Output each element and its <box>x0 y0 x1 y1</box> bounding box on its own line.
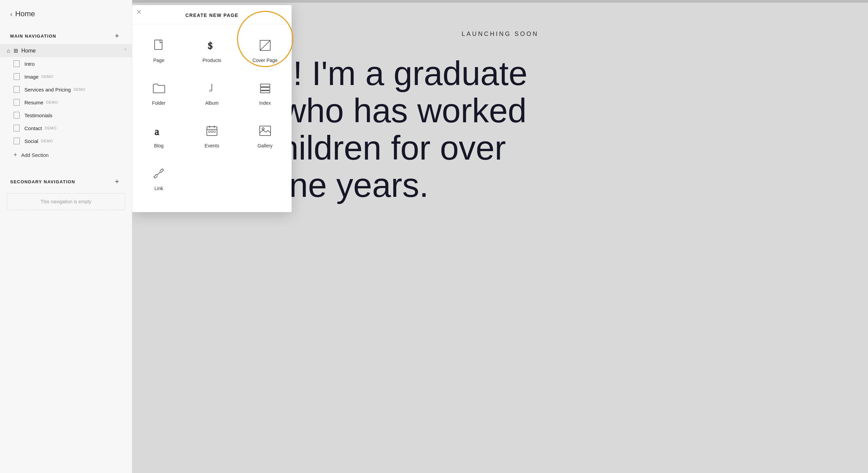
index-type-icon <box>257 80 273 96</box>
events-type-icon <box>204 123 220 139</box>
index-type-label: Index <box>259 100 271 106</box>
nav-item-testimonials[interactable]: Testimonials <box>0 109 132 122</box>
svg-text:♩: ♩ <box>209 82 213 94</box>
svg-rect-13 <box>209 131 210 132</box>
page-icon <box>14 73 20 80</box>
svg-rect-6 <box>260 87 270 90</box>
blog-type-label: Blog <box>154 143 163 148</box>
modal-item-index[interactable]: Index <box>238 70 292 113</box>
modal-item-events[interactable]: Events <box>185 113 239 156</box>
page-icon <box>14 112 20 119</box>
create-page-modal: CREATE NEW PAGE Page $ <box>132 5 292 212</box>
secondary-nav-section: SECONDARY NAVIGATION + This navigation i… <box>0 171 132 213</box>
demo-badge: DEMO <box>41 75 53 79</box>
svg-rect-15 <box>214 131 215 132</box>
svg-line-18 <box>157 172 160 175</box>
add-section-label: Add Section <box>21 152 49 158</box>
back-label: Home <box>15 9 35 18</box>
secondary-nav-header: SECONDARY NAVIGATION + <box>0 171 132 190</box>
modal-collapse-button[interactable] <box>135 8 143 16</box>
nav-item-resume[interactable]: Resume DEMO <box>0 96 132 109</box>
svg-rect-5 <box>260 84 270 87</box>
modal-item-products[interactable]: $ Products <box>185 28 239 70</box>
blog-type-icon: a <box>151 123 167 139</box>
cover-page-type-icon <box>257 37 273 54</box>
add-secondary-nav-button[interactable]: + <box>112 177 122 186</box>
nav-item-image-label: Image <box>24 74 39 80</box>
modal-item-page[interactable]: Page <box>132 28 185 70</box>
folder-type-icon <box>151 80 167 96</box>
sidebar: ‹ Home MAIN NAVIGATION + ⌂ ⊞ Home ˅ Intr… <box>0 0 132 473</box>
nav-item-resume-label: Resume <box>24 100 43 105</box>
modal-title: CREATE NEW PAGE <box>132 5 292 24</box>
modal-item-link[interactable]: Link <box>132 156 185 199</box>
main-area: LAUNCHING SOON re! I'm a graduate t who … <box>132 0 868 473</box>
cover-page-type-label: Cover Page <box>253 58 278 63</box>
grid-icon: ⊞ <box>14 47 18 54</box>
plus-icon: + <box>14 151 17 159</box>
link-type-label: Link <box>154 186 163 191</box>
gallery-type-icon <box>257 123 273 139</box>
nav-item-social-label: Social <box>24 138 38 144</box>
folder-type-label: Folder <box>152 100 165 106</box>
page-icon <box>14 99 20 106</box>
nav-item-contact[interactable]: Contact DEMO <box>0 122 132 135</box>
svg-point-17 <box>262 128 264 130</box>
products-type-icon: $ <box>204 37 220 54</box>
chevron-left-icon: ‹ <box>10 10 13 18</box>
album-type-label: Album <box>205 100 219 106</box>
home-nav-label: Home <box>21 48 124 54</box>
album-type-icon: ♩ <box>204 80 220 96</box>
modal-item-folder[interactable]: Folder <box>132 70 185 113</box>
page-type-label: Page <box>153 58 164 63</box>
svg-text:$: $ <box>208 40 213 51</box>
gallery-type-label: Gallery <box>257 143 272 148</box>
nav-sub-items-list: Intro Image DEMO Services and Pricing DE… <box>0 57 132 147</box>
main-nav-label: MAIN NAVIGATION <box>10 34 56 39</box>
nav-item-image[interactable]: Image DEMO <box>0 70 132 83</box>
nav-item-contact-label: Contact <box>24 125 42 131</box>
page-type-icon <box>151 37 167 54</box>
svg-rect-7 <box>260 91 270 93</box>
demo-badge: DEMO <box>41 139 53 143</box>
svg-rect-14 <box>211 131 213 132</box>
demo-badge: DEMO <box>74 87 85 91</box>
page-icon <box>14 86 20 93</box>
svg-rect-16 <box>260 126 271 136</box>
svg-text:a: a <box>155 126 159 137</box>
page-icon <box>14 138 20 144</box>
page-icon <box>14 60 20 67</box>
nav-item-social[interactable]: Social DEMO <box>0 135 132 147</box>
nav-item-testimonials-label: Testimonials <box>24 112 53 118</box>
add-section-row[interactable]: + Add Section <box>0 147 132 163</box>
modal-item-blog[interactable]: a Blog <box>132 113 185 156</box>
products-type-label: Products <box>202 58 221 63</box>
empty-nav-text: This navigation is empty <box>40 199 91 204</box>
home-icon: ⌂ <box>7 48 10 54</box>
nav-item-home[interactable]: ⌂ ⊞ Home ˅ <box>0 44 132 57</box>
nav-item-services[interactable]: Services and Pricing DEMO <box>0 83 132 96</box>
modal-grid: Page $ Products Cover <box>132 24 292 202</box>
nav-item-intro[interactable]: Intro <box>0 57 132 70</box>
events-type-label: Events <box>205 143 219 148</box>
empty-nav-box: This navigation is empty <box>7 193 125 210</box>
demo-badge: DEMO <box>46 100 58 104</box>
demo-badge: DEMO <box>45 126 57 130</box>
add-nav-item-button[interactable]: + <box>112 31 122 41</box>
svg-line-3 <box>260 40 270 50</box>
chevron-down-icon: ˅ <box>124 48 126 54</box>
modal-item-album[interactable]: ♩ Album <box>185 70 239 113</box>
secondary-nav-label: SECONDARY NAVIGATION <box>10 179 75 184</box>
link-type-icon <box>151 165 167 182</box>
modal-item-cover-page[interactable]: Cover Page <box>238 28 292 70</box>
svg-rect-0 <box>155 40 162 49</box>
main-nav-header: MAIN NAVIGATION + <box>0 25 132 44</box>
back-nav[interactable]: ‹ Home <box>0 0 132 25</box>
modal-item-gallery[interactable]: Gallery <box>238 113 292 156</box>
page-icon <box>14 125 20 131</box>
nav-item-services-label: Services and Pricing <box>24 87 71 92</box>
nav-item-intro-label: Intro <box>24 61 35 67</box>
